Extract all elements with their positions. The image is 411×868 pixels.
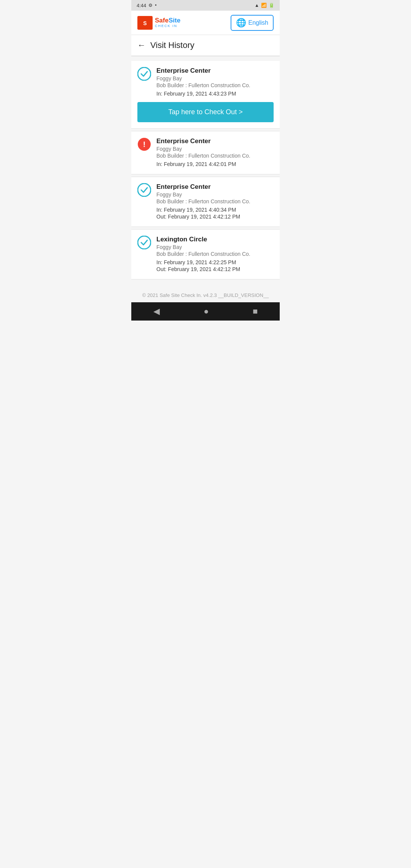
- visit-card-2: ! Enterprise Center Foggy Bay Bob Builde…: [131, 131, 280, 174]
- visit-card-inner-4: Lexington Circle Foggy Bay Bob Builder :…: [137, 236, 274, 273]
- status-bar-right: ▲ 📶 🔋: [255, 3, 274, 8]
- logo-site: Site: [169, 17, 180, 24]
- visit-location-2: Foggy Bay: [156, 146, 274, 152]
- visit-details-1: Enterprise Center Foggy Bay Bob Builder …: [156, 67, 274, 97]
- checkout-button[interactable]: Tap here to Check Out >: [137, 102, 274, 122]
- status-bar-left: 4:44 ⚙ •: [137, 3, 157, 8]
- svg-point-5: [138, 183, 151, 196]
- visit-time-in-2: In: February 19, 2021 4:42:01 PM: [156, 161, 274, 167]
- nav-back-button[interactable]: ◀: [144, 303, 169, 319]
- visit-location-1: Foggy Bay: [156, 75, 274, 81]
- visit-details-4: Lexington Circle Foggy Bay Bob Builder :…: [156, 236, 274, 273]
- visit-details-3: Enterprise Center Foggy Bay Bob Builder …: [156, 183, 274, 220]
- signal-icon: 📶: [261, 3, 267, 8]
- visit-name-4: Lexington Circle: [156, 236, 274, 243]
- nav-home-button[interactable]: ●: [194, 303, 218, 319]
- status-bar: 4:44 ⚙ • ▲ 📶 🔋: [131, 0, 280, 11]
- visit-time-out-4: Out: February 19, 2021 4:42:12 PM: [156, 266, 274, 272]
- page-header: ← Visit History: [131, 35, 280, 56]
- visit-person-2: Bob Builder : Fullerton Construction Co.: [156, 153, 274, 159]
- visit-card-3: Enterprise Center Foggy Bay Bob Builder …: [131, 177, 280, 227]
- visit-person-1: Bob Builder : Fullerton Construction Co.: [156, 82, 274, 88]
- visit-location-4: Foggy Bay: [156, 244, 274, 250]
- visit-person-3: Bob Builder : Fullerton Construction Co.: [156, 198, 274, 204]
- svg-point-6: [138, 236, 151, 249]
- visit-name-2: Enterprise Center: [156, 137, 274, 145]
- settings-icon: ⚙: [148, 3, 153, 8]
- visit-location-3: Foggy Bay: [156, 191, 274, 198]
- nav-recents-button[interactable]: ■: [244, 303, 267, 319]
- logo-checkin: CHECK IN: [155, 24, 180, 28]
- status-time: 4:44: [137, 3, 146, 8]
- logo: S Safe Site CHECK IN: [137, 16, 180, 30]
- checked-out-icon-4: [137, 236, 151, 249]
- visit-details-2: Enterprise Center Foggy Bay Bob Builder …: [156, 137, 274, 168]
- visit-card-inner-2: ! Enterprise Center Foggy Bay Bob Builde…: [137, 137, 274, 168]
- checked-in-icon-1: [137, 67, 151, 81]
- visit-time-in-4: In: February 19, 2021 4:22:25 PM: [156, 259, 274, 265]
- visit-time-in-1: In: February 19, 2021 4:43:23 PM: [156, 91, 274, 97]
- toolbar: S Safe Site CHECK IN 🌐 English: [131, 11, 280, 35]
- visit-time-out-3: Out: February 19, 2021 4:42:12 PM: [156, 214, 274, 220]
- svg-text:S: S: [143, 20, 147, 26]
- svg-point-2: [138, 67, 151, 80]
- dot-icon: •: [155, 3, 156, 8]
- logo-safe: Safe: [155, 17, 169, 24]
- logo-box-icon: S: [137, 16, 153, 30]
- visit-card-4: Lexington Circle Foggy Bay Bob Builder :…: [131, 230, 280, 279]
- visit-card-1: Enterprise Center Foggy Bay Bob Builder …: [131, 61, 280, 129]
- page-title: Visit History: [150, 40, 194, 50]
- checked-out-icon-3: [137, 183, 151, 197]
- visit-card-inner-1: Enterprise Center Foggy Bay Bob Builder …: [137, 67, 274, 97]
- wifi-icon: ▲: [255, 3, 259, 8]
- globe-icon: 🌐: [236, 18, 246, 28]
- language-label: English: [249, 19, 268, 26]
- visit-name-3: Enterprise Center: [156, 183, 274, 191]
- visit-time-in-3: In: February 19, 2021 4:40:34 PM: [156, 207, 274, 213]
- visit-card-inner-3: Enterprise Center Foggy Bay Bob Builder …: [137, 183, 274, 220]
- back-button[interactable]: ←: [137, 40, 146, 50]
- footer-copyright: © 2021 Safe Site Check In. v4.2.3 __BUIL…: [142, 292, 269, 298]
- logo-text: Safe Site CHECK IN: [155, 17, 180, 28]
- footer: © 2021 Safe Site Check In. v4.2.3 __BUIL…: [131, 286, 280, 302]
- language-button[interactable]: 🌐 English: [231, 15, 274, 31]
- visit-person-4: Bob Builder : Fullerton Construction Co.: [156, 251, 274, 257]
- battery-icon: 🔋: [269, 3, 274, 8]
- visit-name-1: Enterprise Center: [156, 67, 274, 75]
- svg-text:!: !: [143, 140, 146, 148]
- visit-list: Enterprise Center Foggy Bay Bob Builder …: [131, 56, 280, 286]
- nav-bar: ◀ ● ■: [131, 302, 280, 321]
- warning-icon-2: !: [137, 137, 151, 151]
